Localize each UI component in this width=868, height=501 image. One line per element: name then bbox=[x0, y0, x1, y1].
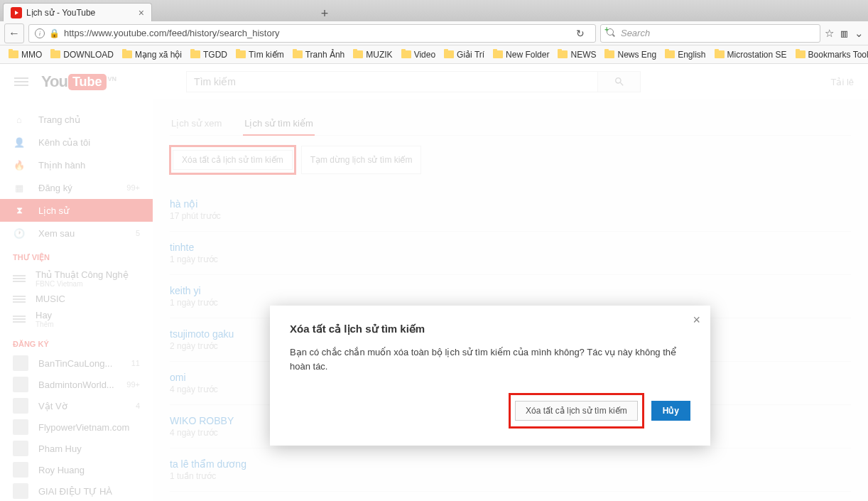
folder-icon bbox=[122, 50, 132, 58]
folder-icon bbox=[9, 50, 18, 58]
search-icon: + bbox=[607, 28, 617, 38]
bookmark-label: New Folder bbox=[506, 50, 549, 60]
bookmark-label: News Eng bbox=[617, 50, 656, 60]
bookmark-folder[interactable]: MUZIK bbox=[350, 48, 395, 61]
folder-icon bbox=[293, 50, 303, 58]
library-icon[interactable]: ▥ bbox=[841, 27, 847, 40]
folder-icon bbox=[353, 50, 363, 58]
folder-icon bbox=[190, 50, 200, 58]
close-tab-icon[interactable]: × bbox=[139, 7, 144, 18]
bookmark-folder[interactable]: Video bbox=[398, 48, 438, 61]
folder-icon bbox=[558, 50, 568, 58]
reload-icon[interactable]: ↻ bbox=[571, 28, 590, 39]
bookmark-label: DOWNLOAD bbox=[63, 50, 114, 60]
folder-icon bbox=[665, 50, 675, 58]
folder-icon bbox=[444, 50, 454, 58]
bookmark-folder[interactable]: New Folder bbox=[490, 48, 552, 61]
search-placeholder: Search bbox=[621, 28, 650, 38]
folder-icon bbox=[715, 50, 725, 58]
folder-icon bbox=[236, 50, 246, 58]
bookmark-label: Microstation SE bbox=[727, 50, 787, 60]
star-icon[interactable]: ☆ bbox=[825, 27, 834, 40]
youtube-favicon-icon bbox=[11, 7, 22, 18]
bookmark-label: TGDD bbox=[203, 50, 227, 60]
new-tab-button[interactable]: + bbox=[315, 6, 334, 21]
lock-icon: 🔒 bbox=[49, 28, 60, 38]
bookmark-folder[interactable]: Bookmarks Toolbar bbox=[793, 48, 868, 61]
bookmark-label: MMO bbox=[21, 50, 42, 60]
confirm-clear-button[interactable]: Xóa tất cả lịch sử tìm kiếm bbox=[515, 401, 638, 421]
address-bar: ← i 🔒 https://www.youtube.com/feed/histo… bbox=[0, 21, 868, 45]
confirm-dialog: × Xóa tất cả lịch sử tìm kiếm Bạn có chắ… bbox=[270, 306, 710, 446]
folder-icon bbox=[493, 50, 503, 58]
folder-icon bbox=[50, 50, 60, 58]
tab-title: Lịch sử - YouTube bbox=[26, 8, 95, 18]
close-icon[interactable]: × bbox=[693, 313, 700, 328]
browser-search-input[interactable]: + Search bbox=[600, 24, 820, 43]
browser-tab[interactable]: Lịch sử - YouTube × bbox=[3, 3, 152, 21]
bookmark-folder[interactable]: Giải Trí bbox=[441, 48, 487, 61]
pocket-icon[interactable]: ⌄ bbox=[855, 27, 864, 40]
back-button[interactable]: ← bbox=[4, 23, 24, 43]
bookmark-folder[interactable]: DOWNLOAD bbox=[48, 48, 116, 61]
bookmark-folder[interactable]: English bbox=[662, 48, 708, 61]
bookmark-folder[interactable]: Tìm kiếm bbox=[233, 48, 287, 61]
bookmark-label: Giải Trí bbox=[457, 50, 484, 60]
highlight-confirm-button: Xóa tất cả lịch sử tìm kiếm bbox=[509, 393, 644, 429]
folder-icon bbox=[401, 50, 411, 58]
bookmark-folder[interactable]: Mạng xã hội bbox=[119, 48, 185, 61]
bookmark-folder[interactable]: NEWS bbox=[555, 48, 599, 61]
bookmark-folder[interactable]: Microstation SE bbox=[712, 48, 790, 61]
bookmark-label: Mạng xã hội bbox=[135, 50, 182, 60]
folder-icon bbox=[796, 50, 805, 58]
bookmark-folder[interactable]: TGDD bbox=[188, 48, 230, 61]
bookmark-label: Video bbox=[414, 50, 435, 60]
bookmarks-bar: MMODOWNLOADMạng xã hộiTGDDTìm kiếmTranh … bbox=[0, 45, 868, 64]
bookmark-folder[interactable]: MMO bbox=[6, 48, 45, 61]
bookmark-folder[interactable]: Tranh Ảnh bbox=[290, 48, 348, 61]
browser-tab-strip: Lịch sử - YouTube × + bbox=[0, 0, 868, 21]
info-icon[interactable]: i bbox=[35, 28, 45, 38]
url-text: https://www.youtube.com/feed/history/sea… bbox=[64, 28, 279, 38]
bookmark-folder[interactable]: News Eng bbox=[602, 48, 659, 61]
cancel-button[interactable]: Hủy bbox=[651, 401, 690, 421]
dialog-title: Xóa tất cả lịch sử tìm kiếm bbox=[290, 323, 690, 335]
dialog-body: Bạn có chắc chắn muốn xóa toàn bộ lịch s… bbox=[290, 345, 690, 373]
bookmark-label: English bbox=[678, 50, 705, 60]
bookmark-label: Tranh Ảnh bbox=[305, 50, 345, 60]
bookmark-label: MUZIK bbox=[366, 50, 392, 60]
bookmark-label: Bookmarks Toolbar bbox=[808, 50, 868, 60]
url-input[interactable]: i 🔒 https://www.youtube.com/feed/history… bbox=[28, 24, 596, 43]
bookmark-label: NEWS bbox=[570, 50, 596, 60]
folder-icon bbox=[604, 50, 614, 58]
bookmark-label: Tìm kiếm bbox=[249, 50, 284, 60]
